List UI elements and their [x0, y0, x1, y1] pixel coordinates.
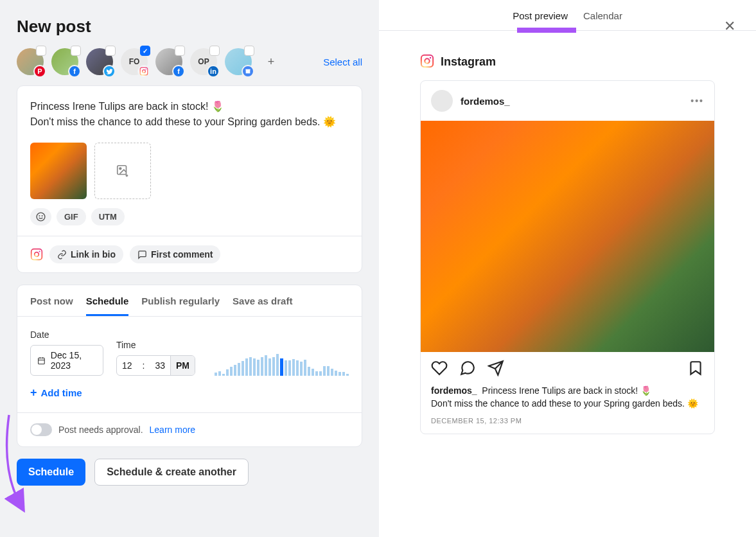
svg-rect-12 — [39, 358, 45, 364]
instagram-preview-card: fordemos_ ••• fordemos_ Princess Irene T… — [420, 80, 715, 434]
approval-label: Post needs approval. — [58, 425, 143, 435]
tab-post-now[interactable]: Post now — [30, 295, 73, 316]
more-options-button[interactable]: ••• — [690, 96, 704, 106]
facebook-icon: f — [68, 65, 81, 78]
annotation-underline — [517, 28, 576, 33]
schedule-create-another-button[interactable]: Schedule & create another — [94, 459, 249, 486]
account-facebook-2[interactable]: f — [155, 48, 182, 75]
preview-platform-title: Instagram — [441, 55, 496, 69]
account-twitter[interactable] — [86, 48, 113, 75]
preview-username: fordemos_ — [461, 96, 510, 107]
date-input[interactable]: Dec 15, 2023 — [30, 345, 103, 376]
pinterest-icon: P — [33, 65, 46, 78]
comment-icon[interactable] — [459, 360, 476, 376]
add-media-button[interactable] — [94, 143, 151, 199]
svg-rect-9 — [31, 249, 42, 260]
emoji-icon — [35, 211, 46, 222]
activity-sparkline — [215, 353, 349, 376]
comment-icon — [137, 250, 147, 260]
first-comment-button[interactable]: First comment — [130, 245, 220, 263]
instagram-icon — [420, 54, 434, 70]
svg-point-10 — [35, 252, 39, 257]
svg-rect-0 — [140, 67, 148, 75]
gif-button[interactable]: GIF — [57, 208, 86, 225]
svg-point-14 — [425, 58, 429, 63]
media-thumbnail[interactable] — [30, 143, 87, 199]
time-input[interactable]: 12 : 33 PM — [116, 355, 195, 376]
utm-button[interactable]: UTM — [91, 208, 125, 225]
date-label: Date — [30, 330, 103, 340]
page-title: New post — [17, 17, 362, 37]
schedule-card: Post now Schedule Publish regularly Save… — [17, 285, 362, 447]
post-line-1: Princess Irene Tulips are back in stock!… — [30, 101, 224, 112]
schedule-button[interactable]: Schedule — [17, 459, 85, 486]
share-icon[interactable] — [488, 360, 504, 376]
instagram-icon — [137, 65, 150, 78]
post-text-input[interactable]: Princess Irene Tulips are back in stock!… — [17, 86, 362, 143]
gmb-icon — [242, 65, 254, 78]
calendar-icon — [37, 356, 46, 365]
tab-calendar[interactable]: Calendar — [583, 10, 622, 30]
add-time-button[interactable]: +Add time — [30, 386, 349, 400]
account-linkedin[interactable]: OPin — [190, 48, 217, 75]
facebook-icon: f — [172, 65, 185, 78]
link-icon — [57, 250, 67, 260]
svg-rect-13 — [421, 55, 433, 67]
twitter-icon — [103, 65, 116, 78]
svg-point-2 — [146, 69, 146, 69]
svg-point-5 — [119, 168, 121, 170]
tab-save-draft[interactable]: Save as draft — [233, 295, 292, 316]
bookmark-icon[interactable] — [687, 360, 704, 376]
account-gmb[interactable] — [225, 48, 252, 75]
post-line-2: Don't miss the chance to add these to yo… — [30, 116, 336, 127]
preview-caption: fordemos_ Princess Irene Tulips are back… — [421, 384, 714, 414]
svg-point-7 — [39, 216, 40, 216]
svg-point-11 — [39, 251, 40, 252]
preview-avatar — [431, 90, 453, 112]
emoji-button[interactable] — [30, 208, 51, 225]
svg-point-6 — [37, 213, 45, 221]
tab-schedule[interactable]: Schedule — [86, 295, 129, 316]
account-selector: P f FO f OPin + Select all — [17, 48, 362, 75]
approval-toggle[interactable] — [30, 423, 52, 436]
svg-point-8 — [42, 216, 42, 216]
link-in-bio-button[interactable]: Link in bio — [49, 245, 123, 263]
svg-point-1 — [143, 70, 146, 73]
tab-publish-regularly[interactable]: Publish regularly — [141, 295, 220, 316]
time-label: Time — [116, 340, 195, 350]
add-account-button[interactable]: + — [259, 50, 283, 73]
learn-more-link[interactable]: Learn more — [150, 425, 196, 435]
instagram-icon — [30, 248, 43, 261]
select-all-link[interactable]: Select all — [323, 57, 362, 67]
heart-icon[interactable] — [431, 360, 448, 376]
image-plus-icon — [116, 164, 130, 178]
account-instagram[interactable]: FO — [121, 48, 148, 75]
composer-card: Princess Irene Tulips are back in stock!… — [17, 85, 362, 273]
account-pinterest[interactable]: P — [17, 48, 44, 75]
svg-point-15 — [430, 57, 431, 58]
account-facebook-1[interactable]: f — [51, 48, 78, 75]
preview-timestamp: DECEMBER 15, 12:33 PM — [421, 414, 714, 434]
svg-rect-3 — [246, 70, 251, 73]
linkedin-icon: in — [207, 65, 220, 78]
preview-image — [421, 121, 714, 352]
